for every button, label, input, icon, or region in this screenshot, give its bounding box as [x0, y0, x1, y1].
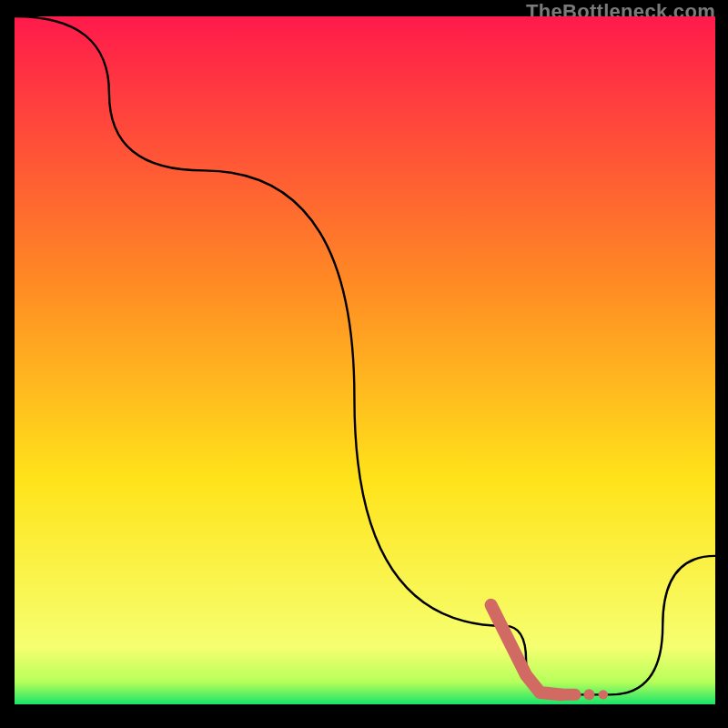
highlight-dot [599, 690, 608, 699]
highlight-dot [583, 689, 594, 700]
chart-container: { "watermark": "TheBottleneck.com", "cha… [0, 0, 728, 728]
gradient-background [15, 16, 715, 717]
plot-svg [15, 16, 715, 717]
plot-frame [15, 16, 715, 717]
